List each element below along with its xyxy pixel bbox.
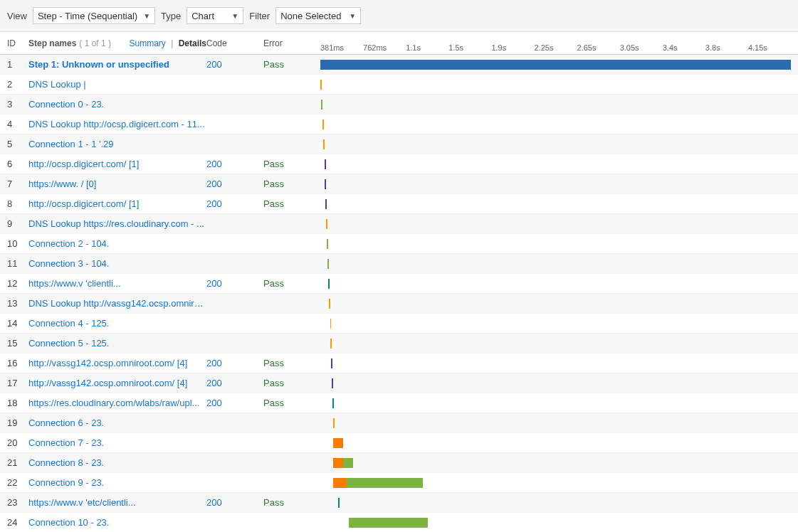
step-name-link[interactable]: Connection 3 - 104. <box>28 258 109 269</box>
table-row: 24Connection 10 - 23. <box>0 513 798 532</box>
waterfall-bar[interactable] <box>320 60 791 70</box>
http-code[interactable]: 200 <box>206 179 263 189</box>
row-id: 10 <box>7 238 28 249</box>
table-row: 20Connection 7 - 23. <box>0 433 798 453</box>
timeline-cell <box>320 254 791 273</box>
step-name-link[interactable]: https://res.cloudinary.com/wlabs/raw/upl… <box>28 398 199 408</box>
step-name-link[interactable]: http://vassg142.ocsp.omniroot.com/ [4] <box>28 378 187 388</box>
bar-segment <box>325 179 326 189</box>
step-name-link[interactable]: http://vassg142.ocsp.omniroot.com/ [4] <box>28 358 187 368</box>
column-headers: ID Step names ( 1 of 1 ) Summary | Detai… <box>0 32 798 55</box>
waterfall-bar[interactable] <box>349 518 428 528</box>
bar-segment <box>333 438 343 448</box>
step-name-link[interactable]: Connection 10 - 23. <box>28 517 109 528</box>
waterfall-bar[interactable] <box>332 398 334 408</box>
row-id: 4 <box>7 119 28 129</box>
http-code[interactable]: 200 <box>206 398 263 408</box>
details-link[interactable]: Details <box>179 38 206 48</box>
http-code[interactable]: 200 <box>206 278 263 289</box>
row-id: 7 <box>7 179 28 189</box>
waterfall-bar[interactable] <box>320 80 322 90</box>
bar-segment <box>332 378 333 388</box>
waterfall-bar[interactable] <box>327 259 329 269</box>
step-name-link[interactable]: Connection 4 - 125. <box>28 318 109 329</box>
step-name-link[interactable]: https://www.v 'clientli... <box>28 278 121 289</box>
header-error: Error <box>263 38 320 48</box>
step-name-link[interactable]: https://www.v 'etc/clientli... <box>28 497 136 508</box>
row-id: 12 <box>7 278 28 289</box>
chevron-down-icon: ▼ <box>349 12 356 20</box>
waterfall-bar[interactable] <box>333 478 423 488</box>
waterfall-bar[interactable] <box>326 219 327 229</box>
waterfall-bar[interactable] <box>333 438 343 448</box>
step-name-link[interactable]: Connection 2 - 104. <box>28 238 109 249</box>
waterfall-bar[interactable] <box>333 458 353 468</box>
header-step: Step names ( 1 of 1 ) Summary | Details <box>28 38 206 48</box>
http-code[interactable]: 200 <box>206 358 263 368</box>
bar-segment <box>343 458 353 468</box>
step-name-link[interactable]: Connection 5 - 125. <box>28 338 109 349</box>
timeline-cell <box>320 493 791 512</box>
http-code[interactable]: 200 <box>206 198 263 209</box>
step-name-link[interactable]: http://ocsp.digicert.com/ [1] <box>28 198 139 209</box>
row-id: 14 <box>7 318 28 329</box>
step-name-link[interactable]: Connection 7 - 23. <box>28 437 104 448</box>
step-name-link[interactable]: Connection 1 - 1 '.29 <box>28 139 114 149</box>
row-id: 2 <box>7 79 28 90</box>
toolbar: View Step - Time (Sequential) ▼ Type Cha… <box>0 0 798 32</box>
bar-segment <box>331 358 332 368</box>
step-name-link[interactable]: Connection 9 - 23. <box>28 477 104 488</box>
timeline-cell <box>320 115 791 134</box>
waterfall-bar[interactable] <box>322 119 324 129</box>
row-id: 17 <box>7 378 28 388</box>
bar-segment <box>333 458 343 468</box>
row-id: 13 <box>7 298 28 309</box>
bar-segment <box>333 418 335 428</box>
step-name-link[interactable]: DNS Lookup | <box>28 79 86 90</box>
bar-segment <box>338 498 340 508</box>
waterfall-bar[interactable] <box>338 498 340 508</box>
waterfall-bar[interactable] <box>330 339 332 349</box>
bar-segment <box>320 80 322 90</box>
row-id: 18 <box>7 398 28 408</box>
waterfall-bar[interactable] <box>325 199 327 209</box>
waterfall-bar[interactable] <box>332 378 333 388</box>
filter-dropdown[interactable]: None Selected ▼ <box>275 7 361 24</box>
table-row: 5Connection 1 - 1 '.29 <box>0 134 798 154</box>
table-row: 13DNS Lookup http://vassg142.ocsp.omniro… <box>0 294 798 314</box>
step-name-link[interactable]: Connection 6 - 23. <box>28 417 104 428</box>
waterfall-bar[interactable] <box>321 100 322 110</box>
step-name-link[interactable]: http://ocsp.digicert.com/ [1] <box>28 159 139 169</box>
table-row: 21Connection 8 - 23. <box>0 453 798 473</box>
step-name-link[interactable]: DNS Lookup https://res.cloudinary.com - … <box>28 218 204 229</box>
waterfall-bar[interactable] <box>331 358 332 368</box>
step-name-link[interactable]: DNS Lookup http://vassg142.ocsp.omniro..… <box>28 298 206 309</box>
step-name-link[interactable]: DNS Lookup http://ocsp.digicert.com - 11… <box>28 119 205 129</box>
waterfall-bar[interactable] <box>330 319 332 329</box>
bar-segment <box>330 319 332 329</box>
step-name-link[interactable]: Connection 0 - 23. <box>28 99 104 110</box>
bar-segment <box>323 139 325 149</box>
waterfall-bar[interactable] <box>328 279 330 289</box>
waterfall-bar[interactable] <box>325 159 326 169</box>
http-code[interactable]: 200 <box>206 497 263 508</box>
waterfall-bar[interactable] <box>333 418 335 428</box>
http-code[interactable]: 200 <box>206 59 263 70</box>
view-dropdown[interactable]: Step - Time (Sequential) ▼ <box>33 7 155 24</box>
bar-segment <box>325 159 326 169</box>
waterfall-bar[interactable] <box>327 239 328 249</box>
header-code: Code <box>206 38 263 48</box>
filter-value: None Selected <box>280 11 341 21</box>
http-code[interactable]: 200 <box>206 159 263 169</box>
waterfall-bar[interactable] <box>329 299 330 309</box>
waterfall-bar[interactable] <box>323 139 325 149</box>
step-name-link[interactable]: https://www. / [0] <box>28 179 96 189</box>
type-dropdown[interactable]: Chart ▼ <box>187 7 243 24</box>
step-name-link[interactable]: Step 1: Unknown or unspecified <box>28 59 169 70</box>
waterfall-bar[interactable] <box>325 179 326 189</box>
http-code[interactable]: 200 <box>206 378 263 388</box>
table-row: 15Connection 5 - 125. <box>0 334 798 353</box>
step-name-link[interactable]: Connection 8 - 23. <box>28 457 104 468</box>
summary-link[interactable]: Summary <box>130 38 166 48</box>
bar-segment <box>325 199 327 209</box>
